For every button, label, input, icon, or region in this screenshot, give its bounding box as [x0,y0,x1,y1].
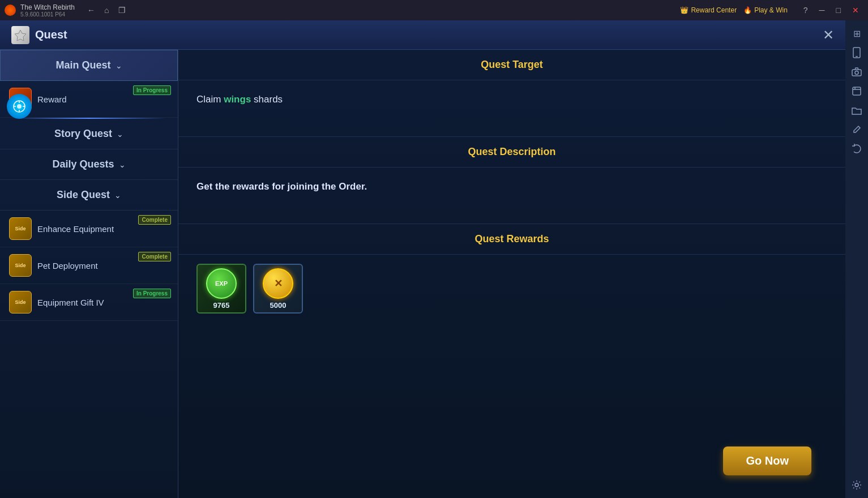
quest-description-header: Quest Description [178,137,845,168]
grid-icon[interactable]: ⊞ [848,25,865,42]
quest-description-text: Get the rewards for joining the Order. [196,181,367,192]
camera-icon[interactable] [848,63,865,80]
left-menu-icon[interactable] [7,94,32,119]
left-panel: Main Quest ⌄ Main Reward In Progress Sto… [0,50,178,498]
back-button[interactable]: ← [84,5,99,16]
title-bar: The Witch Rebirth 5.9.600.1001 P64 ← ⌂ ❐… [0,0,868,20]
reward-crown-icon: 👑 [680,6,689,14]
quest-rewards-header: Quest Rewards [178,224,845,255]
equipment-gift-status: In Progress [133,289,171,298]
svg-rect-9 [852,70,861,76]
gold-reward-item: 5000 [253,264,303,314]
title-bar-right: 👑 Reward Center 🔥 Play & Win ? ─ □ ✕ [680,5,863,16]
quest-content: Main Quest ⌄ Main Reward In Progress Sto… [0,50,845,498]
daily-quests-category[interactable]: Daily Quests ⌄ [0,149,178,180]
story-quest-label: Story Quest [54,128,112,140]
side-quest-arrow-icon: ⌄ [114,191,121,200]
enhance-equipment-label: Enhance Equipment [37,224,169,234]
main-quest-arrow-icon: ⌄ [116,61,122,70]
reward-items-list: EXP 9765 5000 [196,264,827,314]
close-quest-button[interactable]: ✕ [823,27,834,43]
app-version: 5.9.600.1001 P64 [20,11,75,18]
quest-target-header: Quest Target [178,50,845,80]
svg-rect-8 [856,56,858,57]
gold-reward-value: 5000 [270,301,287,310]
equipment-gift-label: Equipment Gift IV [37,298,169,307]
daily-quests-arrow-icon: ⌄ [119,160,126,169]
go-now-button[interactable]: Go Now [723,447,811,475]
quest-title: Quest [35,28,67,41]
minimize-button[interactable]: ─ [815,5,829,16]
svg-point-1 [17,104,22,109]
quest-header: Quest ✕ [0,20,845,50]
enhance-equipment-badge: Side [9,217,32,240]
help-button[interactable]: ? [799,5,813,16]
phone-icon[interactable] [848,44,865,61]
quest-target-title: Quest Target [481,59,543,70]
equipment-gift-badge: Side [9,291,32,314]
svg-rect-11 [853,87,861,95]
app-icon [5,5,16,16]
pet-deployment-badge: Side [9,254,32,277]
exp-reward-value: 9765 [213,301,230,310]
title-bar-left: The Witch Rebirth 5.9.600.1001 P64 ← ⌂ ❐ [5,3,129,18]
quest-target-after: shards [251,94,283,105]
daily-quests-label: Daily Quests [52,158,114,170]
right-sidebar: ⊞ [845,20,868,498]
side-quest-category[interactable]: Side Quest ⌄ [0,180,178,211]
play-win-label: Play & Win [754,6,788,14]
pet-deployment-label: Pet Deployment [37,261,169,271]
maximize-button[interactable]: □ [832,5,845,16]
side-quest-label: Side Quest [57,189,110,201]
main-area: Quest ✕ Main Quest ⌄ Main Reward In Prog… [0,20,868,498]
home-button[interactable]: ⌂ [101,5,112,16]
game-window: Quest ✕ Main Quest ⌄ Main Reward In Prog… [0,20,845,498]
pet-deployment-item[interactable]: Side Pet Deployment Complete [0,247,178,284]
reward-status-badge: In Progress [133,85,171,95]
quest-rewards-title: Quest Rewards [474,233,549,244]
app-title: The Witch Rebirth [20,3,75,11]
close-window-button[interactable]: ✕ [848,5,863,16]
windows-button[interactable]: ❐ [115,5,129,16]
folder-icon[interactable] [848,102,865,119]
settings-icon[interactable] [848,476,865,493]
quest-target-body: Claim wings shards [178,80,845,137]
svg-point-12 [855,483,858,487]
edit-icon[interactable] [848,121,865,138]
quest-target-highlight: wings [224,94,251,105]
title-bar-nav: ← ⌂ ❐ [84,5,129,16]
exp-reward-item: EXP 9765 [196,264,246,314]
play-win-link[interactable]: 🔥 Play & Win [743,6,788,14]
rotate-icon[interactable] [848,140,865,157]
quest-description-title: Quest Description [468,146,555,157]
quest-target-text: Claim wings shards [196,94,283,105]
play-win-icon: 🔥 [743,6,752,14]
story-quest-arrow-icon: ⌄ [117,130,123,139]
gold-reward-icon [263,268,293,299]
main-quest-category[interactable]: Main Quest ⌄ [0,50,178,81]
reward-center-link[interactable]: 👑 Reward Center [680,6,737,14]
pet-deployment-status: Complete [138,252,171,261]
screenshot-icon[interactable] [848,83,865,100]
svg-point-10 [855,71,858,75]
reward-center-label: Reward Center [691,6,737,14]
equipment-gift-item[interactable]: Side Equipment Gift IV In Progress [0,284,178,321]
quest-icon [11,26,29,44]
enhance-equipment-item[interactable]: Side Enhance Equipment Complete [0,211,178,247]
enhance-equipment-status: Complete [138,215,171,225]
title-controls: ? ─ □ ✕ [799,5,863,16]
quest-description-body: Get the rewards for joining the Order. [178,168,845,224]
exp-reward-icon: EXP [206,268,237,299]
svg-marker-6 [15,30,26,41]
right-panel: Quest Target Claim wings shards Quest De… [178,50,845,498]
main-quest-label: Main Quest [55,59,110,71]
quest-target-before: Claim [196,94,224,105]
story-quest-category[interactable]: Story Quest ⌄ [0,119,178,149]
reward-quest-label: Reward [37,95,169,104]
